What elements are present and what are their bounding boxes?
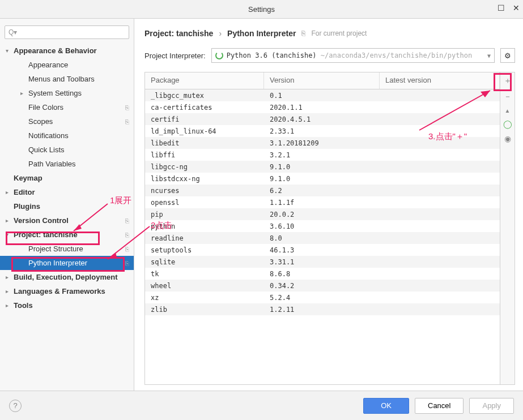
remove-package-button[interactable]: －	[504, 92, 512, 102]
sidebar-item-label: Project: tanchishe	[14, 230, 78, 239]
project-scope-icon: ⎘	[125, 260, 129, 267]
tree-arrow-icon: ▸	[6, 288, 14, 294]
package-table-body: _libgcc_mutex0.1ca-certificates2020.1.1c…	[145, 89, 500, 315]
table-row[interactable]: _libgcc_mutex0.1	[145, 89, 500, 101]
table-row[interactable]: libedit3.1.20181209	[145, 137, 500, 149]
col-package[interactable]: Package	[145, 72, 264, 89]
interpreter-select[interactable]: Python 3.6 (tanchishe) ~/anaconda3/envs/…	[211, 48, 495, 63]
table-row[interactable]: pip20.0.2	[145, 208, 500, 220]
upgrade-package-button[interactable]: ▲	[505, 108, 511, 114]
sidebar-item-label: Quick Lists	[28, 145, 65, 154]
show-early-releases-button[interactable]: ◉	[504, 134, 511, 143]
tree-arrow-icon: ▸	[6, 217, 14, 224]
sidebar-item-keymap[interactable]: Keymap	[0, 171, 134, 185]
table-row[interactable]: wheel0.34.2	[145, 280, 500, 292]
table-row[interactable]: libffi3.2.1	[145, 149, 500, 161]
sidebar-item-project-structure[interactable]: Project Structure⎘	[0, 242, 134, 256]
table-row[interactable]: ca-certificates2020.1.1	[145, 101, 500, 113]
sidebar-item-path-variables[interactable]: Path Variables	[0, 157, 134, 171]
sidebar-item-languages-frameworks[interactable]: ▸Languages & Frameworks	[0, 284, 134, 298]
gear-icon: ⚙	[504, 52, 511, 60]
content-pane: Project: tanchishe › Python Interpreter …	[134, 19, 523, 391]
sidebar-item-project-tanchishe[interactable]: ▾Project: tanchishe⎘	[0, 228, 134, 242]
tree-arrow-icon: ▸	[20, 90, 28, 96]
search-icon: Q▾	[8, 28, 17, 36]
tree-arrow-icon: ▾	[6, 232, 14, 238]
sidebar-item-label: Notifications	[28, 131, 69, 140]
table-row[interactable]: setuptools46.1.3	[145, 244, 500, 256]
project-scope-icon: ⎘	[125, 118, 129, 125]
col-latest[interactable]: Latest version	[380, 72, 500, 89]
sidebar-item-label: Python Interpreter	[28, 259, 87, 267]
table-row[interactable]: certifi2020.4.5.1	[145, 113, 500, 125]
table-row[interactable]: sqlite3.31.1	[145, 256, 500, 268]
table-row[interactable]: python3.6.10	[145, 220, 500, 232]
sidebar-item-label: Tools	[14, 301, 33, 310]
settings-sidebar: Q▾ ▾Appearance & BehaviorAppearanceMenus…	[0, 19, 134, 391]
ok-button[interactable]: OK	[363, 398, 409, 414]
tree-arrow-icon: ▾	[6, 48, 14, 54]
sidebar-item-notifications[interactable]: Notifications	[0, 128, 134, 143]
project-scope-icon: ⎘	[125, 232, 129, 238]
project-scope-icon: ⎘	[125, 246, 129, 252]
breadcrumb: Project: tanchishe › Python Interpreter …	[144, 29, 515, 38]
table-row[interactable]: libgcc-ng9.1.0	[145, 161, 500, 173]
table-row[interactable]: readline8.0	[145, 232, 500, 244]
sidebar-item-plugins[interactable]: Plugins	[0, 199, 134, 213]
dialog-footer: ? OK Cancel Apply	[0, 391, 523, 420]
interpreter-path	[317, 52, 321, 59]
table-row[interactable]: ncurses6.2	[145, 185, 500, 196]
table-row[interactable]: libstdcxx-ng9.1.0	[145, 173, 500, 185]
project-scope-icon: ⎘	[125, 217, 129, 224]
table-row[interactable]: openssl1.1.1f	[145, 196, 500, 208]
sidebar-item-label: System Settings	[28, 89, 82, 97]
sidebar-item-appearance-behavior[interactable]: ▾Appearance & Behavior	[0, 44, 134, 58]
sidebar-item-editor[interactable]: ▸Editor	[0, 185, 134, 199]
table-row[interactable]: tk8.6.8	[145, 268, 500, 280]
sidebar-item-build-execution-deployment[interactable]: ▸Build, Execution, Deployment	[0, 270, 134, 284]
interpreter-label: Project Interpreter:	[144, 52, 206, 60]
sidebar-item-label: Appearance	[28, 61, 68, 69]
sidebar-item-label: Menus and Toolbars	[28, 75, 95, 83]
table-row[interactable]: xz5.2.4	[145, 292, 500, 303]
tree-arrow-icon: ▸	[6, 274, 14, 280]
sidebar-item-label: Version Control	[14, 216, 69, 225]
table-row[interactable]: zlib1.2.11	[145, 303, 500, 315]
sidebar-item-menus-and-toolbars[interactable]: Menus and Toolbars	[0, 72, 134, 86]
sidebar-item-tools[interactable]: ▸Tools	[0, 298, 134, 312]
table-row[interactable]: ld_impl_linux-642.33.1	[145, 125, 500, 137]
package-toolbar: ＋ － ▲ ◯ ◉	[500, 72, 515, 384]
sidebar-item-label: Path Variables	[28, 160, 76, 168]
sidebar-item-version-control[interactable]: ▸Version Control⎘	[0, 213, 134, 228]
breadcrumb-project: Project: tanchishe	[144, 29, 213, 38]
conda-button[interactable]: ◯	[503, 119, 512, 128]
apply-button[interactable]: Apply	[469, 398, 514, 414]
sidebar-item-label: File Colors	[28, 103, 63, 112]
window-title: Settings	[248, 5, 275, 14]
sidebar-item-scopes[interactable]: Scopes⎘	[0, 114, 134, 128]
sidebar-item-python-interpreter[interactable]: Python Interpreter⎘	[0, 256, 134, 270]
titlebar: Settings ☐ ✕	[0, 0, 523, 18]
col-version[interactable]: Version	[264, 72, 380, 89]
sidebar-item-system-settings[interactable]: ▸System Settings	[0, 86, 134, 100]
help-button[interactable]: ?	[9, 400, 22, 412]
sidebar-item-label: Keymap	[14, 174, 42, 182]
search-input[interactable]: Q▾	[5, 25, 129, 39]
add-package-button[interactable]: ＋	[504, 76, 512, 86]
sidebar-item-label: Project Structure	[28, 245, 83, 253]
project-scope-icon: ⎘	[125, 104, 129, 111]
maximize-icon[interactable]: ☐	[498, 3, 505, 12]
chevron-down-icon: ▼	[487, 53, 491, 59]
interpreter-settings-button[interactable]: ⚙	[500, 48, 515, 63]
breadcrumb-page: Python Interpreter	[227, 29, 296, 38]
sidebar-item-quick-lists[interactable]: Quick Lists	[0, 143, 134, 157]
breadcrumb-sep: ›	[219, 29, 222, 38]
tree-arrow-icon: ▸	[6, 189, 14, 195]
sidebar-item-appearance[interactable]: Appearance	[0, 58, 134, 72]
sidebar-item-label: Appearance & Behavior	[14, 46, 97, 55]
forproj-icon: ⎘	[301, 29, 305, 37]
sidebar-item-file-colors[interactable]: File Colors⎘	[0, 100, 134, 114]
close-icon[interactable]: ✕	[513, 3, 520, 12]
cancel-button[interactable]: Cancel	[415, 398, 464, 414]
interpreter-name: Python 3.6 (tanchishe)	[227, 52, 317, 59]
